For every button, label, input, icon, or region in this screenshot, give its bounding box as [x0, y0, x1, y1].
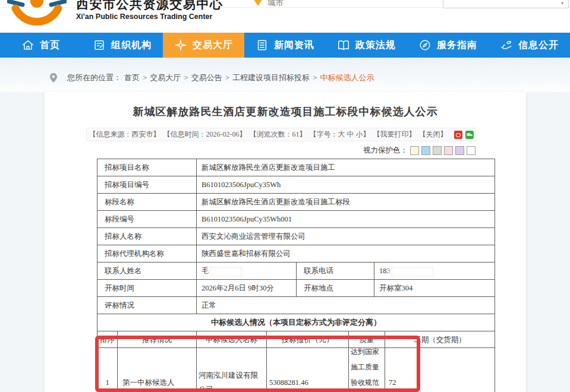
row-value: 正常 [197, 297, 495, 314]
eye-protect-swatch[interactable] [410, 146, 419, 155]
row-value: 新城区解放路民生酒店更新改造项目施工 [197, 159, 495, 176]
breadcrumb-band: 您所在的位置： 首页 > 交易大厅 > 交易公告 > 工程建设项目招标投标 > … [0, 58, 570, 92]
row-label: 招标人名称 [97, 228, 197, 245]
breadcrumb-prefix: 您所在的位置： [67, 72, 121, 83]
eye-protect-swatch[interactable] [467, 146, 475, 155]
column-header: 工期（交货期） [385, 331, 495, 347]
eye-protect-swatch[interactable] [421, 146, 430, 155]
column-header: 质量 [349, 331, 385, 347]
table-row: 招标人名称 西安文沁商业运营管理有限公司 [97, 228, 495, 245]
eye-protect-swatch[interactable] [444, 146, 453, 155]
table-row: 标段名称 新城区解放路民生酒店更新改造项目施工标段 [97, 194, 495, 211]
row-label: 开标地点 [297, 280, 374, 296]
close-button[interactable]: 【关闭】 [419, 129, 448, 140]
candidate-row: 1 第一中标候选人 河南泓川建设有限公司 53088281.46 达到国家施工质… [97, 348, 495, 392]
page-title: 新城区解放路民生酒店更新改造项目施工标段中标候选人公示 [45, 92, 526, 119]
nav-item-info-disclosure[interactable]: 信息公开 [489, 33, 570, 58]
print-button[interactable]: 【我要打印】 [373, 129, 416, 140]
row-value: 陕西盛世嘉和招标有限公司 [197, 245, 495, 262]
share-wechat-icon[interactable] [465, 131, 474, 139]
table-row: 开标时间 2026年2月6日 9时30分 开标地点 开标室304 [97, 280, 495, 297]
policy-book-icon [337, 39, 350, 52]
logo-smile-icon [7, 0, 67, 33]
location-pin-icon [50, 73, 57, 83]
search-input[interactable]: ▾ [443, 0, 569, 8]
meta-time: 【信息时间：2026-02-06】 [163, 129, 247, 140]
nav-item-news[interactable]: 新闻资讯 [244, 33, 326, 58]
row-label: 招标项目名称 [97, 159, 197, 176]
trade-hall-icon [174, 39, 187, 52]
redaction-blur [391, 267, 434, 277]
table-row: 联系人姓名 毛 联系电话 183 [97, 263, 495, 280]
eye-protect-label: 视力保护色： [363, 146, 408, 156]
row-value: B6101023506JpuCy35Wh001 [197, 211, 495, 227]
candidate-quality: 达到国家施工质量验收规范“合格”标准 [349, 348, 385, 392]
row-value: 2026年2月6日 9时30分 [197, 280, 297, 296]
breadcrumb-link-home[interactable]: 首页 [124, 72, 140, 83]
table-row: 标段编号 B6101023506JpuCy35Wh001 [97, 211, 495, 228]
nav-item-org[interactable]: 组织机构 [81, 33, 163, 58]
nav-item-policy[interactable]: 政策法规 [326, 33, 407, 58]
row-label: 标段名称 [97, 194, 197, 210]
row-value: 开标室304 [374, 280, 495, 296]
row-value: B6101023506JpuCy35Wh [197, 176, 495, 193]
site-title: 西安市公共资源交易中心 Xi'an Public Resources Tradi… [76, 0, 223, 21]
row-label: 招标项目编号 [97, 176, 197, 193]
candidate-duration: 72 [385, 348, 495, 392]
meta-source: 【信息来源：西安市】 [89, 129, 160, 140]
org-icon [93, 39, 106, 52]
candidate-recommendation: 第一中标候选人 [118, 348, 197, 392]
column-header: 排序 [97, 331, 118, 347]
row-label: 开标时间 [97, 280, 197, 296]
city-selector[interactable]: 城市 [254, 0, 284, 7]
site-name: 西安市公共资源交易中心 [76, 0, 223, 11]
breadcrumb-link-trade-hall[interactable]: 交易大厅 [150, 72, 181, 83]
triangle-down-icon [254, 0, 262, 6]
table-row: 招标项目编号 B6101023506JpuCy35Wh [97, 176, 495, 194]
row-value: 西安文沁商业运营管理有限公司 [197, 228, 495, 245]
eye-protect-control: 视力保护色： [45, 146, 526, 156]
contact-name-cell: 毛 [197, 263, 297, 279]
contact-phone-cell: 183 [374, 263, 495, 279]
nav-item-trade-hall[interactable]: 交易大厅 [163, 33, 244, 58]
disclosure-hand-icon [500, 39, 513, 52]
candidate-price: 53088281.46 [267, 348, 349, 392]
column-header: 推荐情况 [118, 331, 197, 347]
candidate-section-title: 中标候选人情况（本项目定标方式为非评定分离） [97, 314, 495, 331]
breadcrumb-link-construction-bidding[interactable]: 工程建设项目招标投标 [232, 72, 310, 83]
site-name-en: Xi'an Public Resources Trading Center [76, 12, 223, 21]
table-row: 招标项目名称 新城区解放路民生酒店更新改造项目施工 [97, 159, 495, 176]
eye-protect-swatch[interactable] [433, 146, 442, 155]
breadcrumb: 您所在的位置： 首页 > 交易大厅 > 交易公告 > 工程建设项目招标投标 > … [50, 72, 374, 83]
candidate-section-header: 中标候选人情况（本项目定标方式为非评定分离） [97, 314, 495, 331]
site-logo [7, 0, 67, 33]
main-nav: 首页 组织机构 交易大厅 新闻资讯 政策法规 服务指南 信息公开 [0, 33, 570, 58]
nav-item-home[interactable]: 首页 [0, 33, 81, 58]
redaction-blur [210, 267, 243, 277]
share-weibo-icon[interactable] [454, 131, 462, 139]
site-header: 西安市公共资源交易中心 Xi'an Public Resources Tradi… [0, 0, 570, 33]
caret-icon: ▾ [561, 1, 563, 6]
font-size-control[interactable]: 【字号：大 中 小】 [310, 129, 370, 140]
candidate-table-header-row: 排序 推荐情况 中标候选人名称 投标报价（元） 质量 工期（交货期） [97, 331, 495, 348]
candidate-rank: 1 [97, 348, 118, 392]
column-header: 中标候选人名称 [197, 331, 267, 347]
city-selector-label: 城市 [267, 0, 284, 7]
table-row: 招标代理机构名称 陕西盛世嘉和招标有限公司 [97, 245, 495, 263]
eye-protect-swatch[interactable] [455, 146, 464, 155]
row-label: 联系电话 [297, 263, 374, 279]
breadcrumb-current: 中标候选人公示 [320, 72, 374, 83]
row-label: 联系人姓名 [97, 263, 197, 279]
column-header: 投标报价（元） [267, 331, 349, 347]
breadcrumb-link-announcements[interactable]: 交易公告 [191, 72, 222, 83]
row-label: 标段编号 [97, 211, 197, 227]
page-body: 您所在的位置： 首页 > 交易大厅 > 交易公告 > 工程建设项目招标投标 > … [0, 58, 570, 392]
content-card: 新城区解放路民生酒店更新改造项目施工标段中标候选人公示 【信息来源：西安市】 【… [45, 92, 526, 392]
news-icon [256, 39, 269, 52]
row-label: 招标代理机构名称 [97, 245, 197, 262]
nav-item-service-guide[interactable]: 服务指南 [407, 33, 489, 58]
table-row: 评标情况 正常 [97, 297, 495, 314]
row-label: 评标情况 [97, 297, 197, 314]
row-value: 新城区解放路民生酒店更新改造项目施工标段 [197, 194, 495, 210]
compass-icon [418, 39, 432, 52]
